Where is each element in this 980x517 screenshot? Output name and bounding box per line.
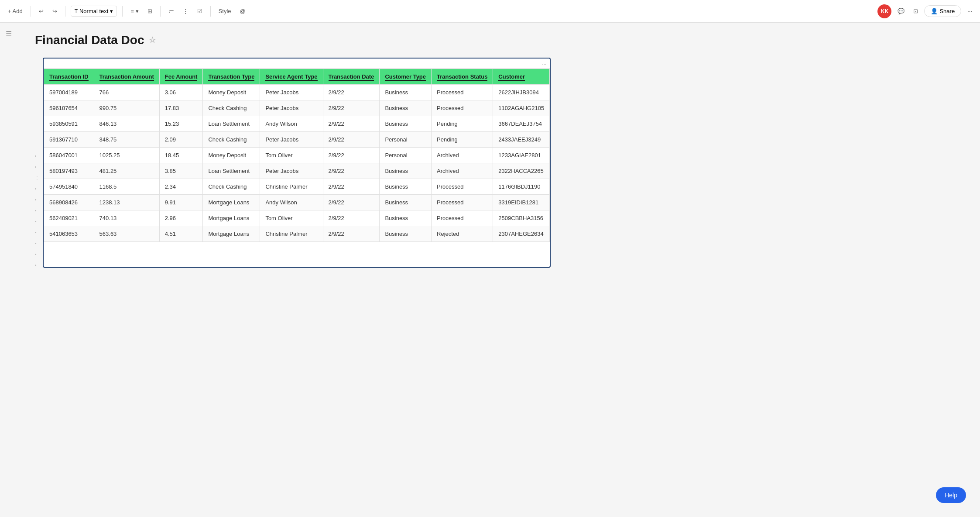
user-icon: 👤 <box>931 8 938 14</box>
table-cell: Business <box>380 195 432 210</box>
table-cell: 2.96 <box>159 210 203 226</box>
table-cell: Check Cashing <box>203 179 260 195</box>
checklist-button[interactable]: ☑ <box>195 6 205 16</box>
toolbar: + Add ↩ ↪ T Normal text ▾ ≡ ▾ ⊞ ≔ ⋮ ☑ St… <box>0 0 980 23</box>
table-cell: 2/9/22 <box>323 210 380 226</box>
add-label: + Add <box>8 8 23 14</box>
share-button[interactable]: 👤 Share <box>924 5 961 17</box>
table-cell: 586047001 <box>44 148 94 163</box>
col-header-transaction-date: Transaction Date <box>323 69 380 85</box>
col-header-transaction-amount: Transaction Amount <box>94 69 159 85</box>
table-cell: 481.25 <box>94 163 159 179</box>
table-cell: 2.34 <box>159 179 203 195</box>
table-cell: 2/9/22 <box>323 148 380 163</box>
table-cell: Business <box>380 163 432 179</box>
table-cell: 2/9/22 <box>323 226 380 242</box>
avatar: KK <box>877 4 891 18</box>
table-cell: 3319EIDIB1281 <box>493 195 550 210</box>
text-format-dropdown[interactable]: T Normal text ▾ <box>71 6 117 17</box>
table-cell: Peter Jacobs <box>260 132 323 148</box>
at-button[interactable]: @ <box>237 6 248 16</box>
table-cell: Business <box>380 116 432 132</box>
table-cell: 9.91 <box>159 195 203 210</box>
align-button[interactable]: ≡ ▾ <box>128 6 141 16</box>
style-button[interactable]: Style <box>216 6 234 16</box>
table-cell: 2509CBBHA3156 <box>493 210 550 226</box>
outline-icon[interactable]: ☰ <box>6 30 12 38</box>
favorite-star-icon[interactable]: ☆ <box>149 35 156 45</box>
table-row: 5749518401168.52.34Check CashingChristin… <box>44 179 550 195</box>
table-cell: Christine Palmer <box>260 226 323 242</box>
toolbar-right: KK 💬 ⊡ 👤 Share ··· <box>877 4 975 18</box>
document-content: Financial Data Doc ☆ • • ⋮ • • • • • • •… <box>17 23 980 517</box>
toolbar-divider-3 <box>122 6 123 17</box>
table-cell: 1025.25 <box>94 148 159 163</box>
table-cell: 348.75 <box>94 132 159 148</box>
table-cell: Peter Jacobs <box>260 85 323 100</box>
table-row: 541063653563.634.51Mortgage LoansChristi… <box>44 226 550 242</box>
table-cell: 562409021 <box>44 210 94 226</box>
table-cell: 2322HACCA2265 <box>493 163 550 179</box>
columns-button[interactable]: ⊞ <box>145 6 155 16</box>
data-table-wrapper: ... Transaction ID Transaction Amount Fe… <box>43 58 551 268</box>
table-cell: Processed <box>432 100 493 116</box>
table-cell: Loan Settlement <box>203 116 260 132</box>
row-bullet: • <box>35 219 39 224</box>
main-area: ☰ Financial Data Doc ☆ • • ⋮ • • • • • •… <box>0 23 980 517</box>
table-cell: 541063653 <box>44 226 94 242</box>
doc-title-container: Financial Data Doc ☆ <box>35 33 963 47</box>
table-cell: Personal <box>380 148 432 163</box>
table-row: 5860470011025.2518.45Money DepositTom Ol… <box>44 148 550 163</box>
text-format-label: Normal text <box>79 8 108 14</box>
table-cell: Business <box>380 100 432 116</box>
table-cell: Christine Palmer <box>260 179 323 195</box>
numbered-list-button[interactable]: ⋮ <box>180 6 191 16</box>
table-cell: Business <box>380 226 432 242</box>
table-cell: 846.13 <box>94 116 159 132</box>
col-header-transaction-status: Transaction Status <box>432 69 493 85</box>
row-bullet: • <box>35 263 39 268</box>
comments-button[interactable]: 💬 <box>895 6 907 16</box>
help-button[interactable]: Help <box>936 487 966 503</box>
col-header-fee-amount: Fee Amount <box>159 69 203 85</box>
table-cell: 2.09 <box>159 132 203 148</box>
table-cell: 580197493 <box>44 163 94 179</box>
table-cell: Andy Wilson <box>260 116 323 132</box>
bullet-list-button[interactable]: ≔ <box>166 6 177 16</box>
more-options-button[interactable]: ··· <box>965 6 975 16</box>
toolbar-divider-5 <box>210 6 211 17</box>
table-cell: 1102AGAHG2105 <box>493 100 550 116</box>
undo-button[interactable]: ↩ <box>36 6 46 16</box>
table-cell: Mortgage Loans <box>203 226 260 242</box>
table-cell: Money Deposit <box>203 85 260 100</box>
table-cell: Tom Oliver <box>260 148 323 163</box>
table-cell: 568908426 <box>44 195 94 210</box>
table-cell: 596187654 <box>44 100 94 116</box>
table-cell: 3.06 <box>159 85 203 100</box>
table-cell: Processed <box>432 195 493 210</box>
table-cell: Processed <box>432 210 493 226</box>
table-cell: 3.85 <box>159 163 203 179</box>
toolbar-divider-4 <box>160 6 161 17</box>
table-cell: Business <box>380 210 432 226</box>
row-bullet: ⋮ <box>35 176 39 180</box>
table-cell: Mortgage Loans <box>203 210 260 226</box>
toolbar-divider-1 <box>31 6 31 17</box>
table-options-menu[interactable]: ... <box>44 59 550 69</box>
table-cell: Business <box>380 179 432 195</box>
table-cell: 1168.5 <box>94 179 159 195</box>
table-cell: 15.23 <box>159 116 203 132</box>
table-cell: Peter Jacobs <box>260 100 323 116</box>
table-cell: 597004189 <box>44 85 94 100</box>
add-button[interactable]: + Add <box>5 6 25 16</box>
table-cell: Personal <box>380 132 432 148</box>
table-cell: Mortgage Loans <box>203 195 260 210</box>
row-bullet: • <box>35 165 39 169</box>
table-cell: Processed <box>432 179 493 195</box>
present-button[interactable]: ⊡ <box>911 6 921 16</box>
table-cell: 2/9/22 <box>323 132 380 148</box>
financial-data-table: Transaction ID Transaction Amount Fee Am… <box>44 69 550 242</box>
table-cell: 2/9/22 <box>323 116 380 132</box>
table-cell: Pending <box>432 116 493 132</box>
redo-button[interactable]: ↪ <box>50 6 60 16</box>
